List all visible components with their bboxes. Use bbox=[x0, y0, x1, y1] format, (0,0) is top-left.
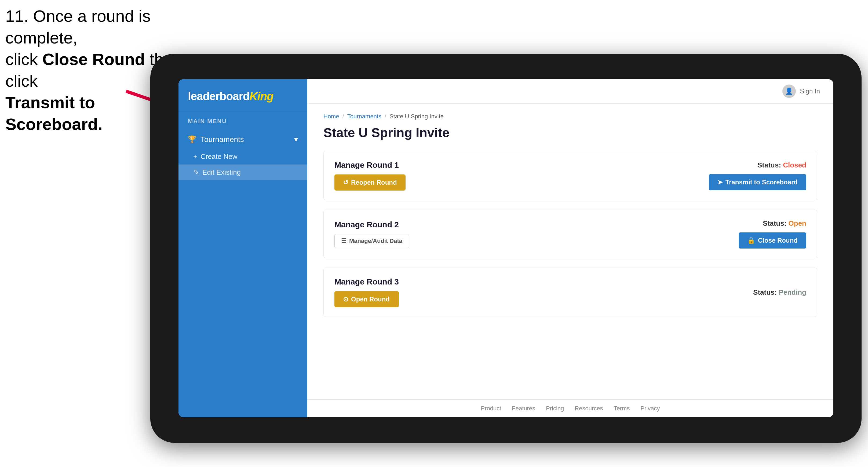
create-new-label: Create New bbox=[200, 152, 237, 161]
close-round-button[interactable]: 🔒 Close Round bbox=[739, 232, 806, 249]
logo-text: leaderboardKing bbox=[188, 90, 298, 103]
open-round-button[interactable]: ⊙ Open Round bbox=[334, 291, 399, 307]
trophy-icon: 🏆 bbox=[188, 135, 196, 144]
round-3-status: Status: Pending bbox=[753, 288, 806, 297]
chevron-icon: ▾ bbox=[294, 135, 298, 144]
edit-icon: ✎ bbox=[193, 168, 199, 177]
app-header: 👤 Sign In bbox=[307, 79, 833, 103]
instruction-line1: 11. Once a round is complete, bbox=[5, 7, 151, 47]
tablet-device: leaderboardKing MAIN MENU 🏆 Tournaments … bbox=[150, 54, 862, 443]
tournaments-nav-label: Tournaments bbox=[200, 135, 244, 144]
main-content: 👤 Sign In Home / Tournaments / State U S… bbox=[307, 79, 833, 417]
breadcrumb-current: State U Spring Invite bbox=[390, 113, 444, 120]
round-2-section: Manage Round 2 ☰ Manage/Audit Data Statu… bbox=[323, 210, 817, 258]
sidebar-item-tournaments[interactable]: 🏆 Tournaments ▾ bbox=[179, 130, 307, 149]
footer-product[interactable]: Product bbox=[481, 405, 501, 412]
create-new-item[interactable]: + Create New bbox=[179, 149, 307, 164]
audit-icon: ☰ bbox=[341, 238, 346, 245]
sub-items: + Create New ✎ Edit Existing bbox=[179, 149, 307, 180]
round-2-title: Manage Round 2 bbox=[334, 220, 409, 229]
main-menu-label: MAIN MENU bbox=[179, 111, 307, 127]
logo-leaderboard: leaderboard bbox=[188, 90, 249, 102]
page-title: State U Spring Invite bbox=[323, 125, 817, 140]
round-2-status: Status: Open bbox=[763, 219, 806, 227]
tablet-screen: leaderboardKing MAIN MENU 🏆 Tournaments … bbox=[179, 79, 833, 417]
instruction-line2: click bbox=[5, 50, 42, 68]
transmit-scoreboard-label: Transmit to Scoreboard bbox=[725, 179, 798, 186]
round-2-status-value: Open bbox=[788, 219, 806, 227]
round-3-section: Manage Round 3 ⊙ Open Round Status: Pend… bbox=[323, 268, 817, 317]
footer-features[interactable]: Features bbox=[512, 405, 535, 412]
transmit-scoreboard-button[interactable]: ➤ Transmit to Scoreboard bbox=[709, 174, 806, 190]
lock-icon: 🔒 bbox=[747, 237, 755, 244]
app-footer: Product Features Pricing Resources Terms… bbox=[307, 399, 833, 417]
footer-pricing[interactable]: Pricing bbox=[546, 405, 564, 412]
user-avatar: 👤 bbox=[782, 85, 796, 98]
logo-king: King bbox=[249, 90, 273, 102]
edit-existing-label: Edit Existing bbox=[203, 168, 241, 177]
reopen-icon: ↺ bbox=[343, 179, 348, 186]
app-layout: leaderboardKing MAIN MENU 🏆 Tournaments … bbox=[179, 79, 833, 417]
round-3-status-value: Pending bbox=[779, 288, 806, 296]
sign-in-link[interactable]: Sign In bbox=[800, 88, 820, 95]
breadcrumb-home[interactable]: Home bbox=[323, 113, 339, 120]
reopen-round-button[interactable]: ↺ Reopen Round bbox=[334, 175, 406, 191]
manage-audit-button[interactable]: ☰ Manage/Audit Data bbox=[334, 234, 409, 248]
footer-resources[interactable]: Resources bbox=[575, 405, 603, 412]
instruction-bold1: Close Round bbox=[42, 50, 145, 68]
sidebar: leaderboardKing MAIN MENU 🏆 Tournaments … bbox=[179, 79, 307, 417]
manage-audit-label: Manage/Audit Data bbox=[349, 238, 402, 245]
round-1-status-value: Closed bbox=[783, 161, 806, 169]
footer-terms[interactable]: Terms bbox=[614, 405, 630, 412]
footer-privacy[interactable]: Privacy bbox=[641, 405, 660, 412]
content-area: Home / Tournaments / State U Spring Invi… bbox=[307, 103, 833, 399]
sidebar-nav: 🏆 Tournaments ▾ + Create New ✎ Edit Exis… bbox=[179, 127, 307, 183]
close-round-label: Close Round bbox=[758, 237, 798, 244]
instruction-bold2: Transmit to Scoreboard. bbox=[5, 93, 102, 133]
breadcrumb: Home / Tournaments / State U Spring Invi… bbox=[323, 113, 817, 120]
round-1-section: Manage Round 1 ↺ Reopen Round Status: Cl… bbox=[323, 151, 817, 200]
transmit-icon: ➤ bbox=[717, 179, 723, 186]
edit-existing-item[interactable]: ✎ Edit Existing bbox=[179, 164, 307, 180]
breadcrumb-tournaments[interactable]: Tournaments bbox=[347, 113, 381, 120]
round-3-title: Manage Round 3 bbox=[334, 277, 399, 286]
open-icon: ⊙ bbox=[343, 295, 348, 303]
round-1-status: Status: Closed bbox=[757, 161, 806, 169]
header-right: 👤 Sign In bbox=[782, 85, 820, 98]
open-round-label: Open Round bbox=[351, 295, 390, 303]
reopen-round-label: Reopen Round bbox=[351, 179, 397, 186]
plus-icon: + bbox=[193, 152, 197, 161]
sidebar-logo: leaderboardKing bbox=[179, 79, 307, 111]
round-1-title: Manage Round 1 bbox=[334, 160, 406, 169]
